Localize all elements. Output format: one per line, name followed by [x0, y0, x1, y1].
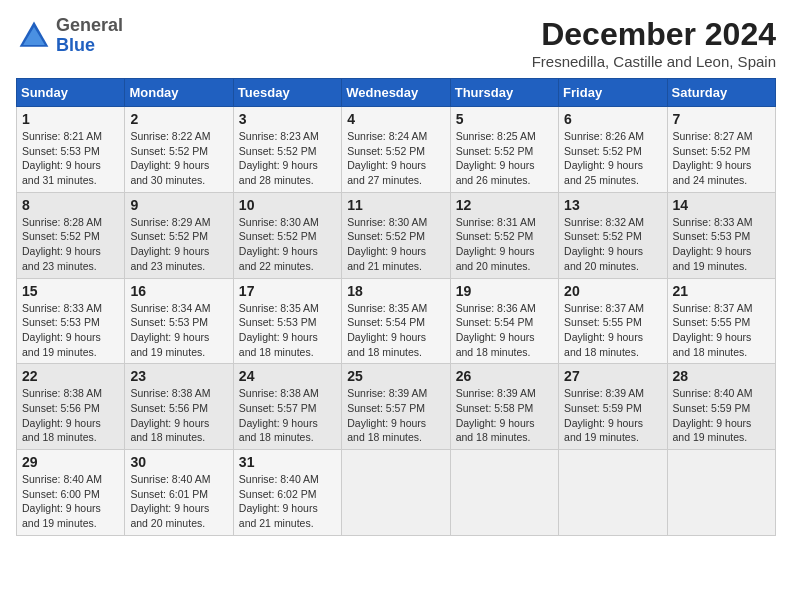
calendar-day-3: 3 Sunrise: 8:23 AM Sunset: 5:52 PM Dayli…	[233, 107, 341, 193]
header-day-sunday: Sunday	[17, 79, 125, 107]
logo-blue: Blue	[56, 35, 95, 55]
calendar-week-1: 1 Sunrise: 8:21 AM Sunset: 5:53 PM Dayli…	[17, 107, 776, 193]
day-number: 10	[239, 197, 336, 213]
day-number: 31	[239, 454, 336, 470]
calendar-day-18: 18 Sunrise: 8:35 AM Sunset: 5:54 PM Dayl…	[342, 278, 450, 364]
calendar-day-7: 7 Sunrise: 8:27 AM Sunset: 5:52 PM Dayli…	[667, 107, 775, 193]
calendar-day-16: 16 Sunrise: 8:34 AM Sunset: 5:53 PM Dayl…	[125, 278, 233, 364]
logo-text: General Blue	[56, 16, 123, 56]
calendar-table: SundayMondayTuesdayWednesdayThursdayFrid…	[16, 78, 776, 536]
day-number: 26	[456, 368, 553, 384]
calendar-day-13: 13 Sunrise: 8:32 AM Sunset: 5:52 PM Dayl…	[559, 192, 667, 278]
calendar-header: SundayMondayTuesdayWednesdayThursdayFrid…	[17, 79, 776, 107]
logo: General Blue	[16, 16, 123, 56]
calendar-day-23: 23 Sunrise: 8:38 AM Sunset: 5:56 PM Dayl…	[125, 364, 233, 450]
day-info: Sunrise: 8:40 AM Sunset: 6:00 PM Dayligh…	[22, 473, 102, 529]
calendar-body: 1 Sunrise: 8:21 AM Sunset: 5:53 PM Dayli…	[17, 107, 776, 536]
calendar-day-12: 12 Sunrise: 8:31 AM Sunset: 5:52 PM Dayl…	[450, 192, 558, 278]
header-day-saturday: Saturday	[667, 79, 775, 107]
day-info: Sunrise: 8:30 AM Sunset: 5:52 PM Dayligh…	[347, 216, 427, 272]
day-number: 20	[564, 283, 661, 299]
day-info: Sunrise: 8:40 AM Sunset: 5:59 PM Dayligh…	[673, 387, 753, 443]
title-area: December 2024 Fresnedilla, Castille and …	[532, 16, 776, 70]
calendar-day-17: 17 Sunrise: 8:35 AM Sunset: 5:53 PM Dayl…	[233, 278, 341, 364]
day-info: Sunrise: 8:33 AM Sunset: 5:53 PM Dayligh…	[673, 216, 753, 272]
day-number: 3	[239, 111, 336, 127]
calendar-day-20: 20 Sunrise: 8:37 AM Sunset: 5:55 PM Dayl…	[559, 278, 667, 364]
day-number: 13	[564, 197, 661, 213]
day-number: 23	[130, 368, 227, 384]
day-number: 18	[347, 283, 444, 299]
header-day-tuesday: Tuesday	[233, 79, 341, 107]
day-info: Sunrise: 8:25 AM Sunset: 5:52 PM Dayligh…	[456, 130, 536, 186]
calendar-day-11: 11 Sunrise: 8:30 AM Sunset: 5:52 PM Dayl…	[342, 192, 450, 278]
calendar-week-5: 29 Sunrise: 8:40 AM Sunset: 6:00 PM Dayl…	[17, 450, 776, 536]
day-number: 1	[22, 111, 119, 127]
day-info: Sunrise: 8:28 AM Sunset: 5:52 PM Dayligh…	[22, 216, 102, 272]
calendar-day-14: 14 Sunrise: 8:33 AM Sunset: 5:53 PM Dayl…	[667, 192, 775, 278]
day-number: 19	[456, 283, 553, 299]
day-number: 22	[22, 368, 119, 384]
calendar-week-4: 22 Sunrise: 8:38 AM Sunset: 5:56 PM Dayl…	[17, 364, 776, 450]
header-day-wednesday: Wednesday	[342, 79, 450, 107]
calendar-day-25: 25 Sunrise: 8:39 AM Sunset: 5:57 PM Dayl…	[342, 364, 450, 450]
day-number: 27	[564, 368, 661, 384]
day-info: Sunrise: 8:37 AM Sunset: 5:55 PM Dayligh…	[564, 302, 644, 358]
day-info: Sunrise: 8:39 AM Sunset: 5:58 PM Dayligh…	[456, 387, 536, 443]
day-number: 17	[239, 283, 336, 299]
day-info: Sunrise: 8:38 AM Sunset: 5:56 PM Dayligh…	[22, 387, 102, 443]
day-number: 30	[130, 454, 227, 470]
calendar-day-5: 5 Sunrise: 8:25 AM Sunset: 5:52 PM Dayli…	[450, 107, 558, 193]
empty-cell	[667, 450, 775, 536]
day-number: 28	[673, 368, 770, 384]
day-info: Sunrise: 8:38 AM Sunset: 5:57 PM Dayligh…	[239, 387, 319, 443]
day-info: Sunrise: 8:40 AM Sunset: 6:01 PM Dayligh…	[130, 473, 210, 529]
day-number: 6	[564, 111, 661, 127]
month-title: December 2024	[532, 16, 776, 53]
header: General Blue December 2024 Fresnedilla, …	[16, 16, 776, 70]
calendar-day-19: 19 Sunrise: 8:36 AM Sunset: 5:54 PM Dayl…	[450, 278, 558, 364]
header-day-thursday: Thursday	[450, 79, 558, 107]
day-info: Sunrise: 8:27 AM Sunset: 5:52 PM Dayligh…	[673, 130, 753, 186]
header-day-monday: Monday	[125, 79, 233, 107]
day-number: 24	[239, 368, 336, 384]
logo-general: General	[56, 15, 123, 35]
day-info: Sunrise: 8:39 AM Sunset: 5:59 PM Dayligh…	[564, 387, 644, 443]
calendar-week-2: 8 Sunrise: 8:28 AM Sunset: 5:52 PM Dayli…	[17, 192, 776, 278]
day-number: 15	[22, 283, 119, 299]
day-info: Sunrise: 8:35 AM Sunset: 5:53 PM Dayligh…	[239, 302, 319, 358]
day-info: Sunrise: 8:30 AM Sunset: 5:52 PM Dayligh…	[239, 216, 319, 272]
header-row: SundayMondayTuesdayWednesdayThursdayFrid…	[17, 79, 776, 107]
location-title: Fresnedilla, Castille and Leon, Spain	[532, 53, 776, 70]
day-info: Sunrise: 8:38 AM Sunset: 5:56 PM Dayligh…	[130, 387, 210, 443]
calendar-day-10: 10 Sunrise: 8:30 AM Sunset: 5:52 PM Dayl…	[233, 192, 341, 278]
day-info: Sunrise: 8:39 AM Sunset: 5:57 PM Dayligh…	[347, 387, 427, 443]
calendar-day-28: 28 Sunrise: 8:40 AM Sunset: 5:59 PM Dayl…	[667, 364, 775, 450]
day-number: 2	[130, 111, 227, 127]
day-number: 29	[22, 454, 119, 470]
calendar-day-31: 31 Sunrise: 8:40 AM Sunset: 6:02 PM Dayl…	[233, 450, 341, 536]
day-number: 16	[130, 283, 227, 299]
day-info: Sunrise: 8:40 AM Sunset: 6:02 PM Dayligh…	[239, 473, 319, 529]
day-info: Sunrise: 8:33 AM Sunset: 5:53 PM Dayligh…	[22, 302, 102, 358]
day-info: Sunrise: 8:22 AM Sunset: 5:52 PM Dayligh…	[130, 130, 210, 186]
day-number: 14	[673, 197, 770, 213]
day-info: Sunrise: 8:32 AM Sunset: 5:52 PM Dayligh…	[564, 216, 644, 272]
empty-cell	[559, 450, 667, 536]
logo-icon	[16, 18, 52, 54]
day-number: 9	[130, 197, 227, 213]
calendar-week-3: 15 Sunrise: 8:33 AM Sunset: 5:53 PM Dayl…	[17, 278, 776, 364]
day-number: 12	[456, 197, 553, 213]
day-number: 8	[22, 197, 119, 213]
day-number: 7	[673, 111, 770, 127]
day-info: Sunrise: 8:26 AM Sunset: 5:52 PM Dayligh…	[564, 130, 644, 186]
day-info: Sunrise: 8:21 AM Sunset: 5:53 PM Dayligh…	[22, 130, 102, 186]
day-info: Sunrise: 8:36 AM Sunset: 5:54 PM Dayligh…	[456, 302, 536, 358]
day-info: Sunrise: 8:31 AM Sunset: 5:52 PM Dayligh…	[456, 216, 536, 272]
day-info: Sunrise: 8:37 AM Sunset: 5:55 PM Dayligh…	[673, 302, 753, 358]
calendar-day-30: 30 Sunrise: 8:40 AM Sunset: 6:01 PM Dayl…	[125, 450, 233, 536]
day-number: 4	[347, 111, 444, 127]
day-info: Sunrise: 8:29 AM Sunset: 5:52 PM Dayligh…	[130, 216, 210, 272]
calendar-day-15: 15 Sunrise: 8:33 AM Sunset: 5:53 PM Dayl…	[17, 278, 125, 364]
calendar-day-6: 6 Sunrise: 8:26 AM Sunset: 5:52 PM Dayli…	[559, 107, 667, 193]
